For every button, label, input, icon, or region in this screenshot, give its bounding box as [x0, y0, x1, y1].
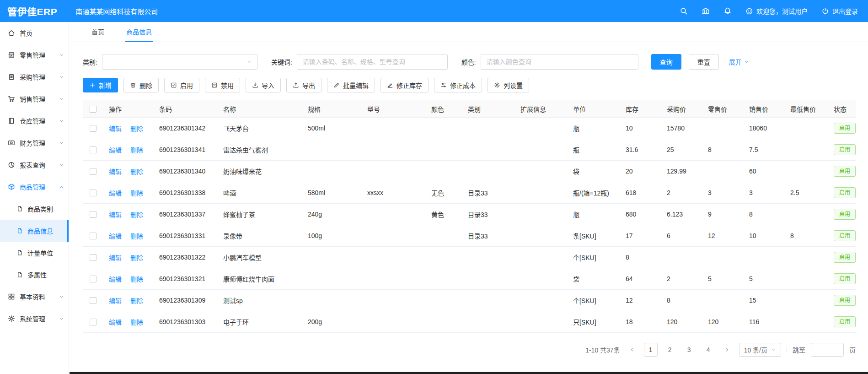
status-badge[interactable]: 启用 [834, 209, 856, 220]
page-number-3[interactable]: 3 [682, 343, 696, 357]
row-checkbox[interactable] [90, 233, 96, 239]
export-button[interactable]: 导出 [286, 78, 321, 92]
row-checkbox[interactable] [90, 319, 96, 325]
page-number-4[interactable]: 4 [702, 343, 715, 357]
row-checkbox[interactable] [90, 254, 96, 261]
bank-icon[interactable] [702, 7, 710, 15]
status-badge[interactable]: 启用 [834, 123, 856, 134]
edit-link[interactable]: 编辑 [109, 233, 122, 240]
cell-barcode: 6901236301303 [154, 311, 218, 333]
color-input[interactable] [481, 54, 638, 70]
edit-link[interactable]: 编辑 [109, 254, 122, 261]
delete-link[interactable]: 删除 [130, 276, 143, 283]
page-size-select[interactable]: 10 条/页 [739, 343, 781, 357]
delete-link[interactable]: 删除 [130, 254, 143, 261]
enable-button[interactable]: 启用 [164, 78, 199, 92]
category-select[interactable] [102, 54, 257, 70]
edit-link[interactable]: 编辑 [109, 297, 122, 304]
sidebar-item-product-management[interactable]: 商品管理 [0, 176, 69, 198]
pie-chart-icon [8, 161, 15, 168]
sidebar-item-warehouse[interactable]: 仓库管理 [0, 110, 69, 132]
sidebar-item-basic-data[interactable]: 基本资料 [0, 286, 69, 308]
sidebar-item-purchase[interactable]: 采购管理 [0, 66, 69, 88]
sidebar-item-system[interactable]: 系统管理 [0, 308, 69, 330]
status-badge[interactable]: 启用 [834, 187, 856, 198]
box-icon [8, 183, 15, 190]
column-settings-button[interactable]: 列设置 [488, 78, 529, 92]
pagination-summary: 1-10 共37条 [585, 345, 620, 354]
status-badge[interactable]: 启用 [834, 252, 856, 263]
delete-link[interactable]: 删除 [130, 168, 143, 175]
next-page-button[interactable] [721, 343, 734, 357]
delete-link[interactable]: 删除 [130, 319, 143, 326]
app-logo[interactable]: 管伊佳ERP [7, 4, 57, 18]
sidebar-item-home[interactable]: 首页 [0, 22, 69, 44]
button-label: 导入 [262, 81, 274, 90]
prev-page-button[interactable] [626, 343, 638, 357]
delete-link[interactable]: 删除 [130, 190, 143, 197]
row-checkbox[interactable] [90, 211, 96, 218]
sidebar-item-product-category[interactable]: 商品类别 [0, 198, 69, 220]
row-checkbox[interactable] [90, 146, 96, 153]
page-number-2[interactable]: 2 [663, 343, 677, 357]
sidebar-item-label: 商品信息 [27, 226, 53, 235]
tab-home[interactable]: 首页 [91, 22, 105, 42]
row-checkbox[interactable] [90, 297, 96, 304]
search-button[interactable]: 查询 [651, 54, 681, 70]
expand-link[interactable]: 展开 [729, 57, 750, 66]
cell-retail-price: 12 [702, 225, 744, 247]
select-all-checkbox[interactable] [90, 106, 96, 113]
sidebar-item-product-info[interactable]: 商品信息 [0, 220, 69, 242]
delete-link[interactable]: 删除 [130, 233, 143, 240]
edit-link[interactable]: 编辑 [109, 211, 122, 218]
fix-stock-button[interactable]: 修正库存 [380, 78, 429, 92]
add-button[interactable]: 新增 [83, 78, 118, 92]
delete-link[interactable]: 删除 [130, 297, 143, 304]
edit-link[interactable]: 编辑 [109, 125, 122, 132]
reset-button[interactable]: 重置 [689, 54, 719, 70]
disable-button[interactable]: 禁用 [205, 78, 240, 92]
status-badge[interactable]: 启用 [834, 316, 856, 327]
row-checkbox[interactable] [90, 276, 96, 282]
sidebar-item-multi-attribute[interactable]: 多属性 [0, 264, 69, 286]
status-badge[interactable]: 启用 [834, 273, 856, 284]
edit-link[interactable]: 编辑 [109, 319, 122, 326]
sidebar-item-label: 财务管理 [20, 138, 45, 147]
sidebar-item-retail[interactable]: 零售管理 [0, 44, 69, 66]
status-badge[interactable]: 启用 [834, 166, 856, 177]
cell-retail-price [702, 118, 744, 139]
sidebar-item-finance[interactable]: 财务管理 [0, 132, 69, 154]
logout-button[interactable]: 退出登录 [821, 6, 858, 16]
sidebar-item-reports[interactable]: 报表查询 [0, 154, 69, 176]
row-checkbox[interactable] [90, 190, 96, 196]
delete-link[interactable]: 删除 [130, 146, 143, 154]
search-icon[interactable] [680, 7, 688, 15]
link-separator [126, 277, 126, 283]
row-checkbox[interactable] [90, 168, 96, 175]
delete-link[interactable]: 删除 [130, 125, 143, 132]
page-number-1[interactable]: 1 [644, 343, 658, 357]
sidebar-item-measure-unit[interactable]: 计量单位 [0, 242, 69, 264]
status-badge[interactable]: 启用 [834, 295, 856, 306]
bell-icon[interactable] [723, 7, 732, 15]
button-label: 导出 [302, 81, 315, 90]
status-badge[interactable]: 启用 [834, 144, 856, 155]
status-badge[interactable]: 启用 [834, 230, 856, 241]
import-button[interactable]: 导入 [246, 78, 281, 92]
edit-link[interactable]: 编辑 [109, 190, 122, 197]
edit-link[interactable]: 编辑 [109, 146, 122, 154]
delete-link[interactable]: 删除 [130, 211, 143, 218]
edit-link[interactable]: 编辑 [109, 276, 122, 283]
welcome-user[interactable]: 欢迎您，测试用户 [745, 6, 808, 16]
filter-bar: 类别: 关键词: 颜色: 查询 重置 展开 [83, 54, 856, 70]
edit-link[interactable]: 编辑 [109, 168, 122, 175]
batch-edit-button[interactable]: 批量编辑 [327, 78, 375, 92]
keyword-input[interactable] [297, 54, 448, 70]
row-checkbox[interactable] [90, 125, 96, 132]
tab-product-info[interactable]: 商品信息 [125, 22, 153, 42]
cell-ext-info [515, 161, 568, 182]
fix-cost-button[interactable]: 修正成本 [434, 78, 482, 92]
sidebar-item-sales[interactable]: 销售管理 [0, 88, 69, 110]
delete-button[interactable]: 删除 [123, 78, 159, 92]
jump-page-input[interactable] [811, 343, 844, 357]
